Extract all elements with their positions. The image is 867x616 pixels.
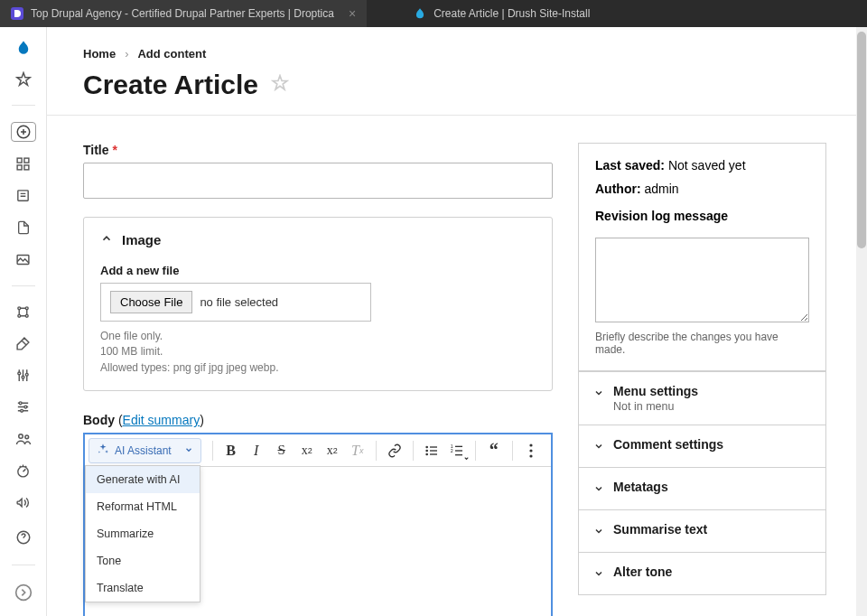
blockquote-button[interactable]: “: [481, 438, 507, 463]
last-saved-value: Not saved yet: [668, 158, 746, 173]
star-icon[interactable]: [11, 70, 36, 89]
people-icon[interactable]: [11, 429, 36, 448]
choose-file-button[interactable]: Choose File: [110, 291, 192, 313]
svg-rect-26: [430, 446, 437, 447]
favorite-star-icon[interactable]: [271, 74, 289, 96]
numbered-list-button[interactable]: 12: [444, 438, 470, 463]
more-button[interactable]: [518, 438, 544, 463]
content-icon[interactable]: [11, 186, 36, 205]
svg-point-18: [18, 434, 23, 439]
svg-rect-3: [24, 158, 29, 163]
svg-point-15: [19, 402, 22, 405]
breadcrumb-home[interactable]: Home: [83, 47, 116, 61]
author-label: Author:: [595, 182, 641, 196]
svg-point-13: [22, 376, 24, 378]
image-panel: Image Add a new file Choose File no file…: [83, 217, 553, 391]
revision-textarea[interactable]: [595, 238, 809, 322]
svg-point-9: [25, 306, 28, 309]
clear-format-button[interactable]: Tx: [345, 438, 370, 463]
subscript-button[interactable]: x2: [320, 438, 345, 463]
svg-rect-32: [455, 450, 462, 451]
last-saved-label: Last saved:: [595, 158, 665, 173]
config-icon[interactable]: [11, 397, 36, 416]
svg-point-16: [24, 406, 27, 408]
svg-point-34: [529, 443, 532, 446]
svg-rect-5: [24, 165, 29, 170]
close-icon[interactable]: ×: [349, 6, 356, 21]
svg-point-25: [425, 453, 428, 455]
collapse-icon[interactable]: [11, 580, 36, 605]
svg-point-36: [529, 454, 532, 457]
ai-menu-generate[interactable]: Generate with AI: [86, 466, 200, 493]
accordion-summarise[interactable]: Summarise text: [579, 509, 825, 552]
admin-rail: [0, 27, 47, 616]
ai-assistant-dropdown[interactable]: AI Assistant: [89, 438, 201, 463]
chevron-down-icon: [593, 386, 604, 402]
bullet-list-button[interactable]: [419, 438, 444, 463]
drupal-icon: [414, 7, 426, 20]
settings-accordion: Menu settingsNot in menu Comment setting…: [578, 371, 826, 595]
accordion-menu-settings[interactable]: Menu settingsNot in menu: [579, 371, 825, 425]
accordion-alter-tone[interactable]: Alter tone: [579, 552, 825, 594]
svg-rect-27: [430, 450, 437, 451]
chevron-down-icon: [184, 444, 193, 457]
body-editor: AI Assistant B I S x2 x2 Tx: [83, 433, 553, 616]
strike-button[interactable]: S: [269, 438, 294, 463]
svg-point-22: [15, 585, 31, 601]
media-icon[interactable]: [11, 250, 36, 269]
scrollbar-track: [856, 27, 867, 616]
appearance-icon[interactable]: [11, 334, 36, 353]
svg-text:2: 2: [450, 448, 452, 453]
structure-icon[interactable]: [11, 303, 36, 322]
ai-menu-tone[interactable]: Tone: [86, 547, 200, 574]
edit-summary-link[interactable]: Edit summary: [123, 413, 200, 427]
drupal-home-icon[interactable]: [11, 38, 36, 57]
browser-tab-drush[interactable]: Create Article | Drush Site-Install: [403, 0, 601, 27]
accordion-metatags[interactable]: Metatags: [579, 467, 825, 509]
ai-menu-reformat[interactable]: Reformat HTML: [86, 493, 200, 520]
extend-icon[interactable]: [11, 366, 36, 385]
svg-point-11: [25, 314, 28, 317]
tab-title: Create Article | Drush Site-Install: [434, 7, 590, 20]
svg-point-17: [21, 410, 23, 413]
breadcrumb: Home › Add content: [83, 47, 831, 61]
accordion-comment-settings[interactable]: Comment settings: [579, 425, 825, 467]
browser-tab-droptica[interactable]: Top Drupal Agency - Certified Drupal Par…: [0, 0, 367, 27]
italic-button[interactable]: I: [244, 438, 269, 463]
svg-rect-2: [17, 158, 22, 163]
announce-icon[interactable]: [11, 493, 36, 512]
title-label: Title *: [83, 143, 553, 157]
page-title: Create Article: [83, 70, 258, 100]
ai-menu-summarize[interactable]: Summarize: [86, 520, 200, 547]
blocks-icon[interactable]: [11, 154, 36, 173]
svg-point-24: [425, 449, 428, 452]
content-area: Home › Add content Create Article Title …: [47, 27, 867, 616]
bold-button[interactable]: B: [219, 438, 244, 463]
body-label: Body (Edit summary): [83, 413, 553, 427]
svg-point-35: [529, 449, 532, 452]
tab-title: Top Drupal Agency - Certified Drupal Par…: [31, 7, 334, 20]
create-icon[interactable]: [11, 122, 36, 142]
svg-rect-4: [17, 165, 22, 170]
chevron-down-icon: [593, 566, 604, 583]
ai-menu-translate[interactable]: Translate: [86, 574, 200, 602]
svg-rect-28: [430, 453, 437, 454]
image-panel-header[interactable]: Image: [100, 232, 536, 247]
add-file-label: Add a new file: [100, 264, 536, 277]
svg-point-14: [25, 373, 28, 376]
svg-point-20: [18, 466, 28, 476]
sparkle-icon: [97, 443, 109, 458]
file-hints: One file only. 100 MB limit. Allowed typ…: [100, 329, 536, 376]
breadcrumb-add[interactable]: Add content: [137, 47, 206, 61]
link-button[interactable]: [382, 438, 407, 463]
editor-toolbar: AI Assistant B I S x2 x2 Tx: [85, 434, 551, 467]
svg-rect-33: [455, 454, 462, 455]
superscript-button[interactable]: x2: [294, 438, 320, 463]
revision-label: Revision log message: [595, 209, 728, 223]
scrollbar-thumb[interactable]: [857, 32, 866, 248]
files-icon[interactable]: [11, 218, 36, 237]
title-input[interactable]: [83, 163, 553, 199]
reports-icon[interactable]: [11, 462, 36, 481]
browser-tab-bar: Top Drupal Agency - Certified Drupal Par…: [0, 0, 867, 27]
help-icon[interactable]: [11, 525, 36, 550]
